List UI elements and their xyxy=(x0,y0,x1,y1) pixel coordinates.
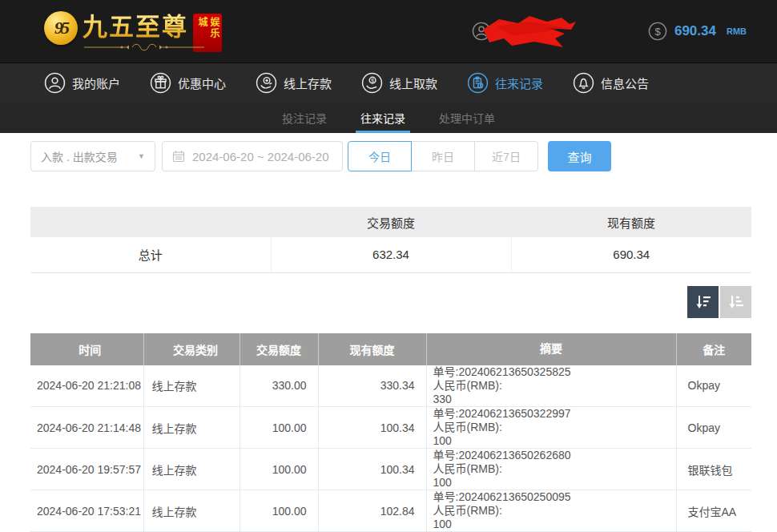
redacted-username-scribble xyxy=(481,14,579,52)
table-row: 2024-06-20 17:53:21 线上存款 100.00 102.84 单… xyxy=(30,490,751,532)
cell-balance: 100.34 xyxy=(318,449,426,490)
summary-total-row: 总计 632.34 690.34 xyxy=(30,237,751,272)
cell-amount: 100.00 xyxy=(240,407,318,449)
nav-label: 往来记录 xyxy=(495,75,543,91)
yesterday-button[interactable]: 昨日 xyxy=(411,141,475,171)
summary-current-total: 690.34 xyxy=(511,237,751,272)
tab-transaction-records[interactable]: 往来记录 xyxy=(356,103,410,133)
cell-type: 线上存款 xyxy=(143,365,240,407)
summary-header-trade-amount: 交易额度 xyxy=(271,207,511,237)
filter-bar: 入款 . 出款交易 ▼ 2024-06-20 ~ 2024-06-20 今日 昨… xyxy=(30,141,747,171)
col-header-balance: 现有额度 xyxy=(318,333,426,365)
calendar-icon xyxy=(172,150,185,163)
cell-time: 2024-06-20 21:14:48 xyxy=(30,407,143,449)
withdraw-coin-hand-icon: $ xyxy=(361,72,383,94)
summary-amount-line: 100 xyxy=(433,434,676,448)
cell-summary: 单号:202406213650250095 人民币(RMB): 100 xyxy=(426,490,676,532)
nav-label: 优惠中心 xyxy=(178,75,226,91)
tab-label: 投注记录 xyxy=(282,110,327,126)
user-account-area[interactable] xyxy=(472,12,592,50)
cell-note: Okpay xyxy=(676,407,751,449)
transaction-type-select[interactable]: 入款 . 出款交易 ▼ xyxy=(30,141,155,171)
cell-time: 2024-06-20 19:57:57 xyxy=(30,449,143,490)
nav-label: 信息公告 xyxy=(601,75,649,91)
nav-label: 线上取款 xyxy=(389,75,437,91)
cell-summary: 单号:202406213650325825 人民币(RMB): 330 xyxy=(426,365,676,407)
svg-text:$: $ xyxy=(654,26,661,38)
nav-item-my-account[interactable]: 我的账户 xyxy=(44,72,120,94)
records-clipboard-icon xyxy=(467,72,489,94)
nav-item-online-deposit[interactable]: 线上存款 xyxy=(256,72,332,94)
nav-item-announcements[interactable]: 信息公告 xyxy=(573,72,649,94)
cell-type: 线上存款 xyxy=(143,490,240,532)
cell-summary: 单号:202406213650322997 人民币(RMB): 100 xyxy=(426,407,676,449)
cell-note: Okpay xyxy=(676,365,751,407)
tab-label: 处理中订单 xyxy=(439,110,495,126)
sort-descending-icon xyxy=(694,293,712,311)
nav-item-transaction-records[interactable]: 往来记录 xyxy=(467,72,543,94)
nav-item-online-withdrawal[interactable]: $ 线上取款 xyxy=(361,72,437,94)
cell-balance: 102.84 xyxy=(318,490,426,532)
balance-currency: RMB xyxy=(727,26,747,36)
summary-amount-line: 100 xyxy=(433,476,676,490)
query-button[interactable]: 查询 xyxy=(548,141,611,171)
summary-trade-total: 632.34 xyxy=(271,237,511,272)
transactions-table: 时间 交易类别 交易额度 现有额度 摘要 备注 2024-06-20 21:21… xyxy=(30,333,751,532)
col-header-type: 交易类别 xyxy=(143,333,240,365)
tab-label: 往来记录 xyxy=(360,110,405,126)
sort-controls xyxy=(30,286,751,318)
cell-balance: 330.34 xyxy=(318,365,426,407)
table-row: 2024-06-20 21:21:08 线上存款 330.00 330.34 单… xyxy=(30,365,751,407)
cell-note: 银联钱包 xyxy=(676,449,751,490)
cell-summary: 单号:202406213650262680 人民币(RMB): 100 xyxy=(426,449,676,490)
cell-amount: 100.00 xyxy=(240,449,318,490)
quick-date-button-group: 今日 昨日 近7日 xyxy=(348,141,538,171)
gift-icon xyxy=(150,72,171,94)
top-header: 95 九五至尊 娱乐城 xyxy=(0,0,777,62)
cell-note: 支付宝AA xyxy=(676,490,751,532)
summary-order-no: 单号:202406213650250095 xyxy=(433,490,676,504)
table-row: 2024-06-20 19:57:57 线上存款 100.00 100.34 单… xyxy=(30,449,751,490)
sort-descending-button[interactable] xyxy=(687,286,719,318)
summary-currency-line: 人民币(RMB): xyxy=(433,504,676,518)
col-header-amount: 交易额度 xyxy=(240,333,318,365)
main-navigation: 我的账户 优惠中心 线上存款 $ 线上取款 往来记录 信息公告 xyxy=(0,62,777,103)
sort-ascending-icon xyxy=(727,293,745,311)
cell-type: 线上存款 xyxy=(143,407,240,449)
summary-table: 交易额度 现有额度 总计 632.34 690.34 xyxy=(30,207,751,273)
select-value: 入款 . 出款交易 xyxy=(41,148,118,164)
tab-betting-records[interactable]: 投注记录 xyxy=(277,103,332,133)
summary-header-current-amount: 现有额度 xyxy=(511,207,751,237)
svg-text:$: $ xyxy=(371,78,374,83)
logo-symbol: 95 xyxy=(54,18,67,38)
logo-flourish-icon xyxy=(84,43,204,51)
nav-item-promotions[interactable]: 优惠中心 xyxy=(150,72,226,94)
col-header-time: 时间 xyxy=(30,333,143,365)
cell-amount: 330.00 xyxy=(240,365,318,407)
table-row: 2024-06-20 21:14:48 线上存款 100.00 100.34 单… xyxy=(30,407,751,449)
dollar-icon: $ xyxy=(648,22,667,41)
chevron-down-icon: ▼ xyxy=(138,152,145,160)
balance-amount: 690.34 xyxy=(674,23,716,39)
site-logo[interactable]: 95 九五至尊 娱乐城 xyxy=(44,11,222,52)
tab-processing-orders[interactable]: 处理中订单 xyxy=(434,103,500,133)
col-header-note: 备注 xyxy=(676,333,751,365)
last-7-days-button[interactable]: 近7日 xyxy=(474,141,538,171)
cell-time: 2024-06-20 17:53:21 xyxy=(30,490,143,532)
summary-total-label: 总计 xyxy=(30,237,271,272)
summary-amount-line: 100 xyxy=(433,518,676,531)
summary-amount-line: 330 xyxy=(433,393,676,406)
date-range-input[interactable]: 2024-06-20 ~ 2024-06-20 xyxy=(162,141,343,171)
balance-display: $ 690.34 RMB xyxy=(648,22,747,41)
user-icon xyxy=(44,72,66,94)
sort-ascending-button[interactable] xyxy=(720,286,751,318)
summary-currency-line: 人民币(RMB): xyxy=(433,462,676,476)
cell-type: 线上存款 xyxy=(143,449,240,490)
logo-title: 九五至尊 xyxy=(83,11,188,43)
summary-order-no: 单号:202406213650325825 xyxy=(433,365,676,379)
logo-95-icon: 95 xyxy=(44,11,78,45)
today-button[interactable]: 今日 xyxy=(348,141,412,171)
summary-currency-line: 人民币(RMB): xyxy=(433,379,676,393)
nav-label: 我的账户 xyxy=(72,75,120,91)
record-tabs: 投注记录 往来记录 处理中订单 xyxy=(0,103,777,133)
